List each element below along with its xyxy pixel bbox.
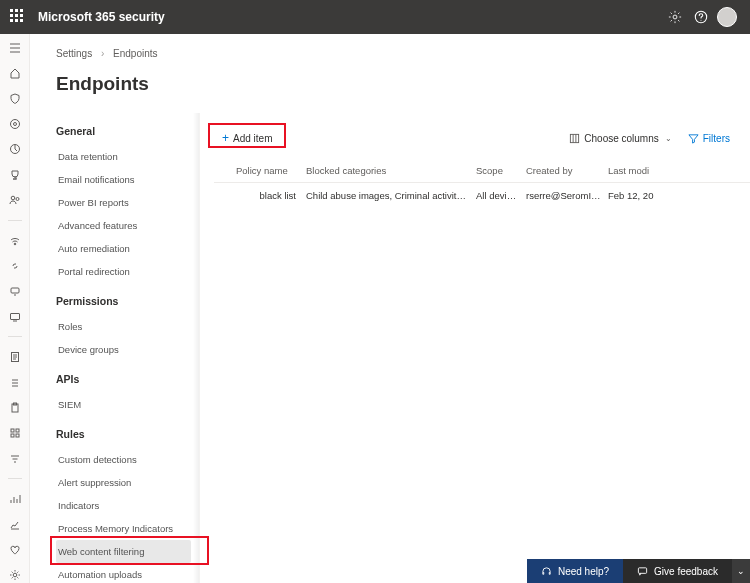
policies-table: Policy name Blocked categories Scope Cre… xyxy=(214,159,750,207)
monitor-icon[interactable] xyxy=(7,309,23,324)
sidenav-item[interactable]: Process Memory Indicators xyxy=(56,517,191,540)
trophy-icon[interactable] xyxy=(7,167,23,182)
rail-divider xyxy=(8,478,22,479)
sidenav-item[interactable]: Indicators xyxy=(56,494,191,517)
link-icon[interactable] xyxy=(7,258,23,273)
avatar[interactable] xyxy=(714,0,740,34)
page-title: Endpoints xyxy=(30,59,750,113)
breadcrumb-current: Endpoints xyxy=(113,48,157,59)
shell: Settings › Endpoints Endpoints GeneralDa… xyxy=(0,34,750,583)
sidenav-item[interactable]: Roles xyxy=(56,315,191,338)
sidenav-item[interactable]: SIEM xyxy=(56,393,191,416)
shield-icon[interactable] xyxy=(7,91,23,106)
chevron-down-icon: ⌄ xyxy=(737,566,745,576)
breadcrumb-root[interactable]: Settings xyxy=(56,48,92,59)
svg-point-4 xyxy=(13,122,16,125)
feedback-icon xyxy=(637,566,648,577)
rail-divider xyxy=(8,336,22,337)
sidenav-item[interactable]: Auto remediation xyxy=(56,237,191,260)
sidenav-item[interactable]: Alert suppression xyxy=(56,471,191,494)
filters-label: Filters xyxy=(703,133,730,144)
need-help-button[interactable]: Need help? xyxy=(527,559,623,583)
sidenav-item[interactable]: Power BI reports xyxy=(56,191,191,214)
chart-icon[interactable] xyxy=(7,491,23,506)
list-icon[interactable] xyxy=(7,375,23,390)
sidenav-item[interactable]: Advanced features xyxy=(56,214,191,237)
settings-icon[interactable] xyxy=(7,568,23,583)
home-icon[interactable] xyxy=(7,65,23,80)
clipboard-icon[interactable] xyxy=(7,400,23,415)
cell-blocked: Child abuse images, Criminal activity, H… xyxy=(306,190,476,201)
svg-rect-20 xyxy=(638,567,646,573)
add-item-button[interactable]: + Add item xyxy=(214,127,280,149)
chevron-right-icon: › xyxy=(101,48,104,59)
svg-rect-14 xyxy=(11,429,14,432)
svg-rect-19 xyxy=(571,134,579,142)
choose-columns-button[interactable]: Choose columns ⌄ xyxy=(561,129,679,148)
cell-created: rserre@SeromIT.com xyxy=(526,190,608,201)
sidenav-item[interactable]: Portal redirection xyxy=(56,260,191,283)
sidenav-group-title: Permissions xyxy=(56,295,191,307)
svg-point-7 xyxy=(16,198,19,201)
grid-icon[interactable] xyxy=(7,426,23,441)
cell-modified: Feb 12, 20 xyxy=(608,190,668,201)
svg-rect-17 xyxy=(16,434,19,437)
users-icon[interactable] xyxy=(7,192,23,207)
hamburger-icon[interactable] xyxy=(7,40,23,55)
sidenav-item[interactable]: Device groups xyxy=(56,338,191,361)
table-header: Policy name Blocked categories Scope Cre… xyxy=(214,159,750,183)
toolbar: + Add item Choose columns ⌄ Filters xyxy=(214,123,750,153)
give-feedback-label: Give feedback xyxy=(654,566,718,577)
devices-icon[interactable] xyxy=(7,284,23,299)
global-header: Microsoft 365 security xyxy=(0,0,750,34)
rail-divider xyxy=(8,220,22,221)
breadcrumb: Settings › Endpoints xyxy=(30,34,750,59)
filter-icon[interactable] xyxy=(7,451,23,466)
cell-scope: All devices xyxy=(476,190,526,201)
secure-score-icon[interactable] xyxy=(7,142,23,157)
wifi-icon[interactable] xyxy=(7,233,23,248)
col-created[interactable]: Created by xyxy=(526,165,608,176)
sidenav-item[interactable]: Custom detections xyxy=(56,448,191,471)
need-help-label: Need help? xyxy=(558,566,609,577)
choose-columns-label: Choose columns xyxy=(584,133,658,144)
svg-point-0 xyxy=(673,15,677,19)
footer-actions: Need help? Give feedback ⌄ xyxy=(527,559,750,583)
svg-rect-16 xyxy=(11,434,14,437)
cell-policy: black list xyxy=(236,190,306,201)
sidenav-item[interactable]: Data retention xyxy=(56,145,191,168)
sidenav-item[interactable]: Web content filtering xyxy=(56,540,191,563)
chevron-down-icon: ⌄ xyxy=(665,134,672,143)
give-feedback-button[interactable]: Give feedback xyxy=(623,559,732,583)
sidenav-group-title: Rules xyxy=(56,428,191,440)
main: Settings › Endpoints Endpoints GeneralDa… xyxy=(30,34,750,583)
sidenav-item[interactable]: Automation uploads xyxy=(56,563,191,583)
svg-rect-9 xyxy=(11,288,19,293)
sidenav-group-title: General xyxy=(56,125,191,137)
feedback-chevron[interactable]: ⌄ xyxy=(732,559,750,583)
health-icon[interactable] xyxy=(7,542,23,557)
add-item-label: Add item xyxy=(233,133,272,144)
app-launcher-icon[interactable] xyxy=(10,9,26,25)
help-icon[interactable] xyxy=(688,0,714,34)
table-row[interactable]: black listChild abuse images, Criminal a… xyxy=(214,183,750,207)
col-scope[interactable]: Scope xyxy=(476,165,526,176)
settings-panel: + Add item Choose columns ⌄ Filters xyxy=(200,113,750,583)
col-policy-name[interactable]: Policy name xyxy=(236,165,306,176)
content: GeneralData retentionEmail notifications… xyxy=(30,113,750,583)
settings-sidenav: GeneralData retentionEmail notifications… xyxy=(30,113,200,583)
sidenav-item[interactable]: Email notifications xyxy=(56,168,191,191)
col-modified[interactable]: Last modi xyxy=(608,165,668,176)
headset-icon xyxy=(541,566,552,577)
columns-icon xyxy=(569,133,580,144)
report-icon[interactable] xyxy=(7,349,23,364)
col-blocked[interactable]: Blocked categories xyxy=(306,165,476,176)
svg-point-3 xyxy=(10,119,19,128)
alert-icon[interactable] xyxy=(7,116,23,131)
gear-icon[interactable] xyxy=(662,0,688,34)
app-title: Microsoft 365 security xyxy=(38,10,165,24)
filters-button[interactable]: Filters xyxy=(680,129,738,148)
svg-point-8 xyxy=(14,243,16,245)
sidenav-group-title: APIs xyxy=(56,373,191,385)
analytics-icon[interactable] xyxy=(7,517,23,532)
